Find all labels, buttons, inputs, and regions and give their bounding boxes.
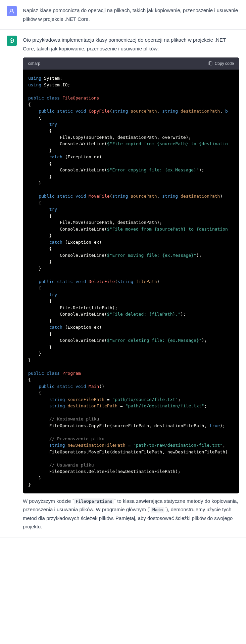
openai-icon — [9, 38, 15, 44]
user-message-text: Napisz klasę pomocniczą do operacji na p… — [23, 6, 239, 23]
code-content: using System; using System.IO; public cl… — [28, 75, 234, 488]
code-lang-label: csharp — [28, 60, 40, 67]
copy-label: Copy code — [215, 60, 234, 67]
svg-rect-1 — [209, 62, 212, 65]
inline-code-main: Main — [151, 507, 164, 513]
code-block: csharp Copy code using System; using Sys… — [23, 57, 239, 493]
user-avatar — [7, 6, 17, 16]
assistant-outro: W powyższym kodzie `FileOperations` to k… — [23, 497, 239, 531]
assistant-intro: Oto przykładowa implementacja klasy pomo… — [23, 36, 239, 53]
inline-code-fileops: FileOperations — [74, 498, 114, 504]
code-body[interactable]: using System; using System.IO; public cl… — [23, 70, 239, 493]
clipboard-icon — [208, 61, 213, 66]
assistant-avatar — [7, 36, 17, 46]
outro-text-1: W powyższym kodzie — [23, 498, 72, 504]
assistant-message: Oto przykładowa implementacja klasy pomo… — [0, 30, 246, 537]
user-message: Napisz klasę pomocniczą do operacji na p… — [0, 0, 246, 30]
user-text: Napisz klasę pomocniczą do operacji na p… — [23, 6, 239, 23]
svg-point-0 — [11, 9, 13, 11]
code-header: csharp Copy code — [23, 57, 239, 70]
copy-code-button[interactable]: Copy code — [208, 60, 234, 67]
assistant-body: Oto przykładowa implementacja klasy pomo… — [23, 36, 239, 531]
person-icon — [9, 8, 15, 14]
